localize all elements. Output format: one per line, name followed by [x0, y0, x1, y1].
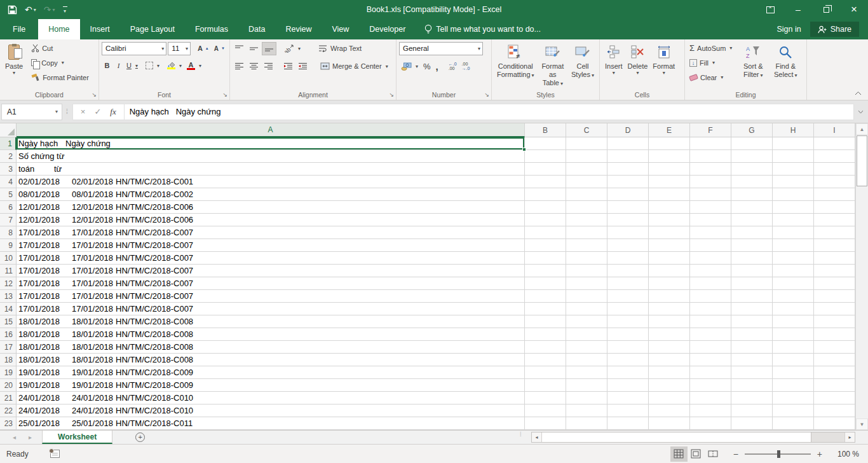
cell-I19[interactable] [814, 366, 855, 379]
column-header-G[interactable]: G [731, 123, 773, 137]
cell-H16[interactable] [773, 328, 814, 341]
cell-E5[interactable] [649, 188, 690, 201]
cell-A17[interactable]: 18/01/201818/01/2018HN/TM/C/2018-C008 [17, 341, 525, 354]
paste-caret-icon[interactable] [13, 71, 15, 76]
cell-B15[interactable] [525, 315, 566, 328]
cell-A7[interactable]: 12/01/201812/01/2018HN/TM/C/2018-C006 [17, 214, 525, 226]
cell-E6[interactable] [649, 201, 690, 214]
comma-style-button[interactable]: , [434, 60, 440, 73]
row-header-9[interactable]: 9 [0, 239, 17, 252]
cell-D3[interactable] [607, 163, 649, 176]
formula-input[interactable]: Ngày hạch Ngày chứng [125, 104, 854, 120]
enter-entry-button[interactable]: ✓ [94, 107, 101, 116]
copy-button[interactable]: Copy [29, 56, 91, 69]
cell-H21[interactable] [773, 392, 814, 404]
cell-B2[interactable] [525, 150, 566, 163]
cell-B5[interactable] [525, 188, 566, 201]
cell-G3[interactable] [731, 163, 773, 176]
cell-C1[interactable] [566, 137, 607, 150]
share-button[interactable]: Share [810, 22, 859, 37]
next-sheet-icon[interactable]: ▸ [29, 434, 32, 441]
cell-F16[interactable] [690, 328, 731, 341]
cell-A1[interactable]: Ngày hạchNgày chứng [17, 137, 525, 150]
orientation-button[interactable]: ab [283, 42, 302, 55]
merge-center-button[interactable]: Merge & Center [318, 60, 390, 73]
font-size-combo[interactable]: 11▾ [168, 42, 191, 55]
vertical-scrollbar[interactable]: ▲ ▼ [855, 123, 868, 430]
tab-splitter-handle[interactable]: ⁞ [520, 433, 522, 436]
alignment-dialog-launcher[interactable]: ↘ [389, 92, 394, 98]
cell-E15[interactable] [649, 315, 690, 328]
cell-G5[interactable] [731, 188, 773, 201]
cell-I13[interactable] [814, 290, 855, 303]
cell-B22[interactable] [525, 404, 566, 417]
cell-F19[interactable] [690, 366, 731, 379]
cell-H14[interactable] [773, 303, 814, 315]
cell-G22[interactable] [731, 404, 773, 417]
cell-F18[interactable] [690, 354, 731, 366]
select-all-corner[interactable] [0, 123, 17, 137]
cell-I18[interactable] [814, 354, 855, 366]
tab-formulas[interactable]: Formulas [185, 19, 238, 39]
cell-C15[interactable] [566, 315, 607, 328]
align-bottom-button[interactable] [262, 42, 276, 55]
cut-button[interactable]: Cut [29, 41, 91, 55]
cell-G15[interactable] [731, 315, 773, 328]
normal-view-button[interactable] [670, 446, 688, 462]
fill-color-button[interactable] [165, 59, 184, 73]
column-header-I[interactable]: I [814, 123, 855, 137]
cell-F9[interactable] [690, 239, 731, 252]
cell-B14[interactable] [525, 303, 566, 315]
cell-C9[interactable] [566, 239, 607, 252]
cell-H17[interactable] [773, 341, 814, 354]
cell-B11[interactable] [525, 265, 566, 277]
cell-I15[interactable] [814, 315, 855, 328]
sheet-tab-worksheet[interactable]: Worksheet [42, 431, 112, 444]
cell-I21[interactable] [814, 392, 855, 404]
row-header-18[interactable]: 18 [0, 354, 17, 366]
cell-G6[interactable] [731, 201, 773, 214]
cell-D20[interactable] [607, 379, 649, 392]
cell-G13[interactable] [731, 290, 773, 303]
row-header-4[interactable]: 4 [0, 176, 17, 188]
cell-B3[interactable] [525, 163, 566, 176]
cell-H5[interactable] [773, 188, 814, 201]
cell-I8[interactable] [814, 226, 855, 239]
align-middle-button[interactable] [247, 42, 261, 55]
cell-D11[interactable] [607, 265, 649, 277]
tab-developer[interactable]: Developer [359, 19, 416, 39]
cell-E19[interactable] [649, 366, 690, 379]
ribbon-display-options-button[interactable]: ⌃ [756, 0, 784, 19]
cell-G2[interactable] [731, 150, 773, 163]
number-format-combo[interactable]: General▾ [399, 42, 483, 55]
cell-F14[interactable] [690, 303, 731, 315]
cell-I6[interactable] [814, 201, 855, 214]
cell-B20[interactable] [525, 379, 566, 392]
row-header-22[interactable]: 22 [0, 404, 17, 417]
delete-caret-icon[interactable] [636, 71, 639, 76]
cell-I2[interactable] [814, 150, 855, 163]
restore-button[interactable] [812, 0, 840, 19]
scroll-left-icon[interactable]: ◂ [532, 432, 542, 442]
cell-D23[interactable] [607, 417, 649, 430]
cell-A22[interactable]: 24/01/201824/01/2018HN/TM/C/2018-C010 [17, 404, 525, 417]
sort-filter-button[interactable]: AZ Sort & Filter [736, 41, 770, 90]
cell-B18[interactable] [525, 354, 566, 366]
cell-D1[interactable] [607, 137, 649, 150]
font-family-combo[interactable]: Calibri▾ [102, 42, 166, 55]
cell-D7[interactable] [607, 214, 649, 226]
zoom-in-button[interactable]: + [817, 449, 822, 459]
cell-G21[interactable] [731, 392, 773, 404]
conditional-formatting-button[interactable]: ≠ Conditional Formatting [494, 41, 537, 90]
row-header-21[interactable]: 21 [0, 392, 17, 404]
cell-A9[interactable]: 17/01/201817/01/2018HN/TM/C/2018-C007 [17, 239, 525, 252]
cell-D12[interactable] [607, 277, 649, 290]
cell-C19[interactable] [566, 366, 607, 379]
cell-A18[interactable]: 18/01/201818/01/2018HN/TM/C/2018-C008 [17, 354, 525, 366]
cell-H18[interactable] [773, 354, 814, 366]
cell-A5[interactable]: 08/01/201808/01/2018HN/TM/C/2018-C002 [17, 188, 525, 201]
paste-button[interactable]: Paste [3, 41, 25, 90]
insert-cells-button[interactable]: Insert [602, 41, 625, 90]
cell-G19[interactable] [731, 366, 773, 379]
column-header-H[interactable]: H [773, 123, 814, 137]
